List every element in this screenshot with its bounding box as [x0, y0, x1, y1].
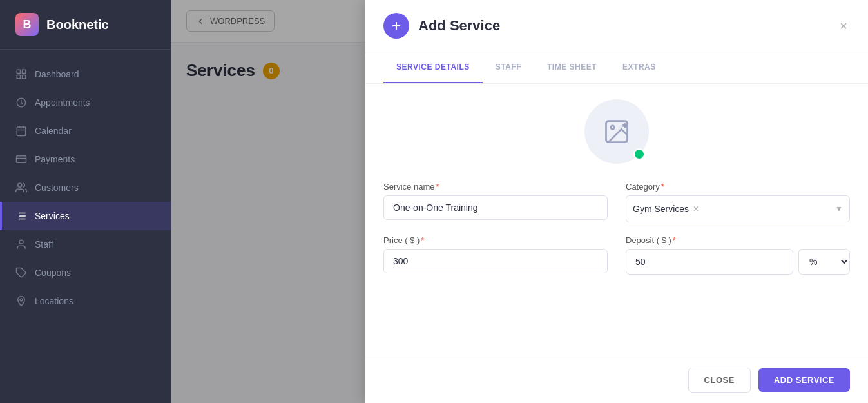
- svg-point-18: [19, 240, 23, 244]
- payments-icon: [15, 153, 27, 165]
- category-label: Category*: [626, 182, 850, 192]
- calendar-icon: [15, 125, 27, 137]
- appointments-icon: [15, 97, 27, 108]
- coupons-icon: [15, 267, 27, 279]
- svg-rect-9: [17, 156, 26, 163]
- tab-time-sheet[interactable]: TIME SHEET: [534, 52, 610, 83]
- sidebar-item-calendar[interactable]: Calendar: [0, 117, 171, 145]
- sidebar-label-coupons: Coupons: [35, 268, 71, 278]
- upload-status-dot: [633, 148, 645, 160]
- category-chevron-icon: ▼: [835, 204, 843, 213]
- sidebar-label-appointments: Appointments: [35, 97, 90, 108]
- svg-point-24: [611, 126, 615, 130]
- add-service-button[interactable]: ADD SERVICE: [758, 368, 850, 392]
- sidebar-label-staff: Staff: [35, 239, 53, 250]
- svg-rect-3: [17, 75, 20, 79]
- tab-extras[interactable]: EXTRAS: [610, 52, 669, 83]
- category-tag-close[interactable]: ✕: [693, 204, 699, 213]
- svg-point-11: [18, 183, 22, 187]
- category-tag: Gym Services ✕: [633, 204, 699, 214]
- add-service-modal: Add Service × SERVICE DETAILS STAFF TIME…: [365, 0, 868, 403]
- sidebar-item-services[interactable]: Services: [0, 202, 171, 230]
- close-button[interactable]: CLOSE: [688, 368, 751, 393]
- modal-close-button[interactable]: ×: [837, 16, 850, 36]
- sidebar: B Booknetic Dashboard Appointments Calen…: [0, 0, 171, 403]
- sidebar-item-payments[interactable]: Payments: [0, 145, 171, 173]
- service-form: Service name* Category* Gym Services ✕: [383, 182, 850, 275]
- image-upload-area: [383, 99, 850, 164]
- deposit-row: % $: [626, 249, 850, 275]
- sidebar-item-coupons[interactable]: Coupons: [0, 259, 171, 287]
- sidebar-label-locations: Locations: [35, 296, 73, 306]
- modal-title-area: Add Service: [383, 13, 500, 39]
- svg-rect-1: [23, 70, 26, 73]
- logo-name: Booknetic: [46, 17, 109, 32]
- modal-title: Add Service: [418, 17, 500, 34]
- customers-icon: [15, 182, 27, 193]
- sidebar-label-dashboard: Dashboard: [35, 69, 79, 79]
- modal-header: Add Service ×: [365, 0, 868, 52]
- deposit-label: Deposit ( $ )*: [626, 235, 850, 245]
- sidebar-label-customers: Customers: [35, 182, 79, 193]
- modal-icon: [383, 13, 409, 39]
- svg-rect-5: [17, 127, 26, 136]
- staff-icon: [15, 239, 27, 250]
- dashboard-icon: [15, 68, 27, 80]
- modal-footer: CLOSE ADD SERVICE: [365, 357, 868, 403]
- category-select[interactable]: Gym Services ✕ ▼: [626, 195, 850, 222]
- services-icon: [15, 210, 27, 222]
- service-name-label: Service name*: [383, 182, 608, 192]
- modal-tabs: SERVICE DETAILS STAFF TIME SHEET EXTRAS: [365, 52, 868, 84]
- modal-body: Service name* Category* Gym Services ✕: [365, 84, 868, 357]
- main-content-area: WORDPRESS Services 0 Add Service ×: [171, 0, 868, 403]
- deposit-input[interactable]: [626, 249, 793, 275]
- sidebar-logo: B Booknetic: [0, 0, 171, 50]
- sidebar-label-payments: Payments: [35, 154, 75, 164]
- sidebar-label-calendar: Calendar: [35, 126, 72, 136]
- plus-icon: [390, 19, 403, 32]
- deposit-group: Deposit ( $ )* % $: [626, 235, 850, 275]
- locations-icon: [15, 295, 27, 307]
- tab-service-details[interactable]: SERVICE DETAILS: [383, 52, 483, 83]
- tab-staff[interactable]: STAFF: [483, 52, 534, 83]
- sidebar-item-dashboard[interactable]: Dashboard: [0, 60, 171, 88]
- price-label: Price ( $ )*: [383, 235, 608, 245]
- svg-rect-2: [23, 75, 26, 79]
- deposit-unit-select[interactable]: % $: [798, 249, 850, 275]
- service-name-input[interactable]: [383, 195, 608, 220]
- sidebar-item-staff[interactable]: Staff: [0, 230, 171, 259]
- sidebar-item-customers[interactable]: Customers: [0, 173, 171, 202]
- category-group: Category* Gym Services ✕ ▼: [626, 182, 850, 222]
- sidebar-item-appointments[interactable]: Appointments: [0, 88, 171, 117]
- image-upload-button[interactable]: [584, 99, 649, 164]
- price-input[interactable]: [383, 249, 608, 273]
- service-name-group: Service name*: [383, 182, 608, 222]
- price-group: Price ( $ )*: [383, 235, 608, 275]
- image-upload-icon: [603, 117, 631, 146]
- sidebar-label-services: Services: [35, 211, 70, 221]
- svg-point-20: [20, 299, 23, 301]
- sidebar-nav: Dashboard Appointments Calendar Payments…: [0, 50, 171, 403]
- sidebar-item-locations[interactable]: Locations: [0, 287, 171, 315]
- logo-icon: B: [15, 13, 39, 36]
- svg-rect-0: [17, 70, 20, 73]
